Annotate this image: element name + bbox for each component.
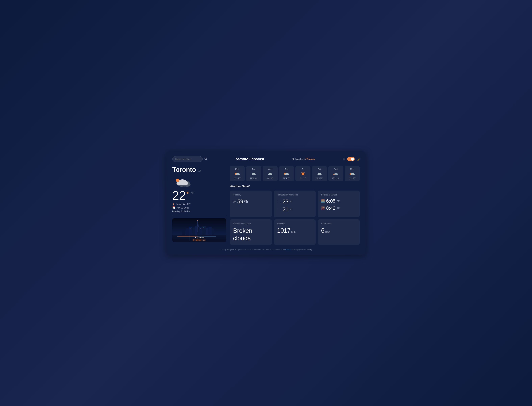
moon-icon: 🌙 (356, 157, 360, 161)
arrow-down-icon: ↓ (277, 208, 279, 211)
forecast-icon-0 (234, 172, 240, 176)
svg-point-13 (196, 224, 199, 226)
weather-description-label: Weather Description (233, 222, 268, 225)
wind-speed-value-row: 6 km/h (321, 227, 356, 234)
sunrise-row: 🌅 6:05 AM (321, 198, 356, 204)
app-container: Toronto Forecast Weather in Toronto ☀ 🌙 … (166, 151, 366, 255)
forecast-day-7: Mon (350, 168, 354, 170)
svg-point-7 (182, 181, 188, 185)
app-title: Toronto Forecast (235, 157, 264, 161)
svg-point-85 (333, 174, 335, 175)
svg-rect-27 (190, 229, 190, 229)
calendar-icon: 📅 (172, 206, 175, 209)
wind-speed-value: 6 (321, 227, 324, 234)
temp-min-row: ↓ : 21 °C (277, 206, 312, 213)
sunrise-sunset-card: Sunrise & Sunset 🌅 6:05 AM 🌇 8:42 PM (318, 191, 360, 217)
svg-line-70 (304, 175, 304, 175)
svg-rect-23 (186, 228, 189, 235)
svg-point-43 (236, 174, 238, 175)
forecast-day-0: Mon (235, 168, 239, 170)
svg-rect-24 (182, 229, 185, 235)
forecast-card-4[interactable]: Fri 25° | 17° (295, 166, 310, 181)
svg-rect-25 (190, 228, 190, 228)
svg-point-62 (285, 174, 287, 175)
sunset-icon: 🌇 (321, 206, 325, 210)
left-panel: Toronto CA 22 (172, 166, 226, 245)
forecast-card-5[interactable]: Sat 25° | 17° (312, 166, 327, 181)
svg-rect-21 (209, 227, 212, 235)
svg-point-55 (268, 174, 270, 175)
forecast-day-2: Wed (268, 168, 272, 170)
temperature-card: Temperature Max | Min ↑ : 23 °C ↓ : 21 °… (274, 191, 316, 217)
forecast-icon-6 (333, 172, 339, 176)
search-icon (204, 157, 207, 160)
humidity-label: Humidity (233, 194, 268, 196)
svg-point-50 (254, 174, 256, 175)
forecast-temps-7: 22° | 20° (349, 177, 356, 179)
forecast-row: Mon 22° | 16° Tue 22° | 14° (230, 166, 360, 181)
forecast-card-7[interactable]: Mon 22° | 20° (345, 166, 360, 181)
svg-line-72 (301, 175, 302, 175)
sun-icon: ☀ (343, 157, 346, 161)
svg-rect-15 (189, 227, 192, 235)
sunset-time: 8:42 (326, 205, 336, 211)
toronto-sign-bar: ★TORONTO★ (193, 238, 206, 241)
svg-rect-30 (203, 228, 203, 228)
forecast-temps-0: 22° | 16° (234, 177, 241, 179)
forecast-icon-5 (317, 172, 322, 176)
forecast-card-3[interactable]: Thu 27° | 17° (279, 166, 294, 181)
location-label: Weather in (295, 158, 306, 160)
svg-rect-17 (195, 226, 197, 235)
search-input[interactable] (172, 156, 203, 162)
svg-line-71 (304, 173, 304, 173)
svg-point-91 (351, 174, 352, 175)
city-photo: Toronto ★TORONTO★ (172, 218, 226, 242)
pressure-value: 1017 (277, 227, 291, 234)
forecast-temps-6: 25° | 18° (332, 177, 339, 179)
date-row: 📅 July 31 2023 (172, 206, 226, 209)
forecast-day-5: Sat (318, 168, 321, 170)
svg-rect-29 (203, 227, 204, 228)
svg-rect-28 (203, 227, 203, 227)
forecast-icon-7 (349, 172, 355, 176)
svg-point-77 (317, 174, 319, 175)
location-city: Toronto (307, 158, 315, 160)
footer-github-link[interactable]: GitHub (285, 249, 291, 251)
header-location: Weather in Toronto (292, 158, 315, 160)
svg-point-92 (353, 174, 355, 175)
svg-rect-19 (202, 226, 206, 235)
humidity-card: Humidity ≋ 59 % (230, 191, 272, 217)
temp-max-unit: °C (289, 200, 292, 203)
weather-description-card: Weather Description Broken clouds (230, 219, 272, 245)
svg-point-63 (287, 174, 289, 175)
footer-text-after-text: and deployed with Netlify (292, 249, 312, 251)
forecast-card-0[interactable]: Mon 22° | 16° (230, 166, 245, 181)
sunrise-ampm: AM (337, 200, 340, 203)
forecast-card-6[interactable]: Sun 25° | 18° (328, 166, 343, 181)
weather-description-value: Broken clouds (233, 227, 268, 242)
svg-line-69 (301, 173, 302, 173)
broken-clouds-icon (174, 175, 193, 188)
forecast-day-3: Thu (285, 168, 288, 170)
sunrise-sunset-label: Sunrise & Sunset (321, 194, 356, 196)
svg-rect-22 (212, 228, 214, 235)
pressure-card: Pressure 1017 hPa (274, 219, 316, 245)
svg-point-78 (320, 174, 321, 175)
forecast-card-2[interactable]: Wed 24° | 16° (263, 166, 278, 181)
search-button[interactable] (204, 157, 207, 161)
feels-like-text: Feels Like: 22° (176, 203, 190, 205)
temp-min-unit: °C (289, 208, 292, 211)
detail-grid: Humidity ≋ 59 % Temperature Max | Min ↑ … (230, 191, 360, 245)
svg-rect-16 (193, 228, 195, 235)
forecast-icon-2 (267, 172, 273, 176)
colon-sep-min: : (280, 207, 281, 212)
time-row: Monday, 01:04 PM (172, 210, 226, 213)
temp-max-value: 23 (282, 198, 288, 205)
temperature-display: 22 °C | °F (172, 189, 226, 202)
theme-toggle[interactable] (347, 157, 355, 161)
pressure-unit: hPa (291, 231, 295, 233)
svg-point-14 (197, 220, 198, 221)
unit-celsius[interactable]: °C (186, 191, 189, 195)
unit-fahrenheit[interactable]: °F (191, 191, 194, 195)
forecast-card-1[interactable]: Tue 22° | 14° (246, 166, 261, 181)
